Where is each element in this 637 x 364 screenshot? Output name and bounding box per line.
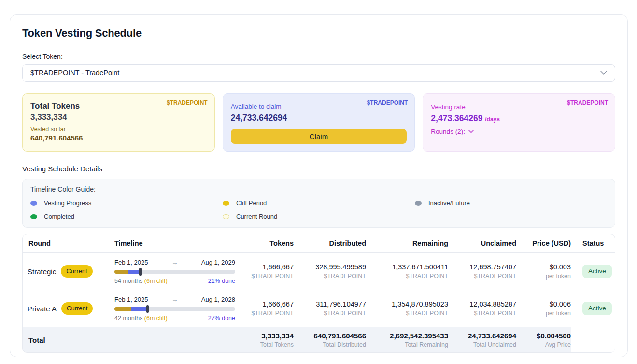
round-name: Strategic: [28, 267, 56, 276]
cliff-label: (6m cliff): [144, 278, 168, 284]
timeline-end-date: Aug 1, 2029: [201, 259, 235, 266]
progress-segment: [131, 307, 147, 311]
timeline-end-date: Aug 1, 2028: [201, 296, 235, 303]
unclaimed-cell: 12,034.885287 $TRADEPOINT: [448, 300, 516, 317]
chevron-down-icon: [468, 130, 474, 133]
percent-done-label: 27% done: [208, 315, 235, 322]
vesting-rate-card: $TRADEPOINT Vesting rate 2,473.364269 /d…: [423, 93, 615, 152]
percent-done-label: 21% done: [208, 278, 235, 284]
total-label: Total: [23, 336, 114, 344]
distributed-cell: 311,796.104977 $TRADEPOINT: [294, 300, 366, 317]
legend-item-completed: Completed: [30, 213, 223, 220]
cliff-label: (6m cliff): [144, 315, 168, 322]
total-distributed-cell: 640,791.604566 Total Distributed: [294, 332, 366, 348]
header-remaining: Remaining: [366, 239, 448, 247]
remaining-cell: 1,337,671.500411 $TRADEPOINT: [366, 263, 448, 280]
completed-dot-icon: [30, 214, 37, 219]
vesting-rate-number: 2,473.364269: [431, 113, 482, 123]
round-name: Private A: [28, 305, 57, 313]
current-round-dot-icon: [223, 214, 229, 219]
status-cell: Active: [571, 302, 615, 315]
token-symbol-badge: $TRADEPOINT: [567, 99, 608, 106]
legend-item-cliff-period: Cliff Period: [223, 199, 415, 207]
header-status: Status: [571, 239, 615, 247]
legend-label: Current Round: [236, 213, 277, 220]
arrow-right-icon: →: [171, 296, 178, 303]
current-badge: Current: [61, 302, 93, 315]
guide-title: Timeline Color Guide:: [30, 185, 607, 193]
claim-button[interactable]: Claim: [231, 129, 407, 144]
round-cell: Strategic Current: [23, 265, 114, 278]
duration-label: 42 months: [114, 315, 142, 322]
total-unclaimed-cell: 24,733.642694 Total Unclaimed: [448, 332, 516, 348]
timeline-start-date: Feb 1, 2025: [114, 296, 148, 303]
table-header-row: Round Timeline Tokens Distributed Remain…: [23, 234, 615, 253]
active-status-badge: Active: [582, 265, 612, 278]
timeline-color-guide: Timeline Color Guide: Vesting Progress C…: [22, 179, 615, 228]
price-cell: $0.003 per token: [516, 263, 571, 280]
vesting-rate-value: 2,473.364269 /days: [431, 113, 607, 124]
rounds-label: Rounds (2):: [431, 128, 465, 135]
table-row-private-a: Private A Current Feb 1, 2025 → Aug 1, 2…: [23, 290, 615, 327]
price-cell: $0.006 per token: [516, 300, 571, 317]
header-round: Round: [23, 239, 114, 247]
available-to-claim-card: $TRADEPOINT Available to claim 24,733.64…: [223, 93, 415, 152]
tokens-cell: 1,666,667 $TRADEPOINT: [242, 300, 294, 317]
vesting-progress-dot-icon: [30, 201, 37, 206]
round-cell: Private A Current: [23, 302, 114, 315]
avg-price-cell: $0.004500 Avg Price: [516, 332, 571, 348]
status-cell: Active: [571, 265, 615, 278]
arrow-right-icon: →: [171, 259, 178, 266]
duration-label: 54 months: [114, 278, 142, 284]
available-to-claim-value: 24,733.642694: [231, 113, 407, 123]
rounds-toggle[interactable]: Rounds (2):: [431, 128, 474, 135]
legend-item-vesting-progress: Vesting Progress: [30, 199, 223, 207]
legend-item-inactive-future: Inactive/Future: [415, 199, 607, 207]
vesting-table: Round Timeline Tokens Distributed Remain…: [22, 234, 615, 353]
token-symbol-badge: $TRADEPOINT: [367, 99, 408, 106]
current-position-marker: [139, 268, 142, 276]
token-select[interactable]: $TRADEPOINT - TradePoint: [22, 64, 615, 82]
timeline-progress-bar: [114, 270, 235, 274]
page-title: Token Vesting Schedule: [22, 27, 615, 40]
legend: Vesting Progress Completed Cliff Period …: [30, 199, 607, 220]
vested-so-far-label: Vested so far: [30, 126, 207, 133]
summary-cards: $TRADEPOINT Total Tokens 3,333,334 Veste…: [22, 93, 615, 152]
header-price: Price (USD): [516, 239, 571, 247]
total-status-cell: [571, 327, 615, 352]
current-position-marker: [146, 305, 149, 313]
legend-item-current-round: Current Round: [223, 213, 415, 220]
cliff-segment: [114, 307, 131, 311]
tokens-cell: 1,666,667 $TRADEPOINT: [242, 263, 294, 280]
total-tokens-value: 3,333,334: [30, 112, 207, 122]
token-symbol-badge: $TRADEPOINT: [167, 99, 208, 106]
total-tokens-card: $TRADEPOINT Total Tokens 3,333,334 Veste…: [22, 93, 215, 152]
timeline-start-date: Feb 1, 2025: [114, 259, 148, 266]
header-tokens: Tokens: [242, 239, 294, 247]
header-unclaimed: Unclaimed: [448, 239, 516, 247]
current-badge: Current: [61, 265, 92, 278]
table-total-row: Total 3,333,334 Total Tokens 640,791.604…: [23, 327, 615, 352]
inactive-future-dot-icon: [415, 201, 422, 206]
legend-label: Vesting Progress: [44, 199, 91, 207]
vesting-panel: Token Vesting Schedule Select Token: $TR…: [10, 14, 628, 357]
legend-label: Cliff Period: [236, 199, 267, 207]
distributed-cell: 328,995.499589 $TRADEPOINT: [294, 263, 366, 280]
timeline-cell: Feb 1, 2025 → Aug 1, 2028 42 months (6m …: [114, 296, 242, 322]
remaining-cell: 1,354,870.895023 $TRADEPOINT: [366, 300, 448, 317]
timeline-progress-bar: [114, 307, 235, 311]
details-heading: Vesting Schedule Details: [22, 165, 615, 173]
total-remaining-cell: 2,692,542.395433 Total Remaining: [366, 332, 448, 348]
cliff-period-dot-icon: [223, 201, 229, 206]
progress-segment: [128, 270, 140, 274]
header-timeline: Timeline: [114, 239, 242, 247]
header-distributed: Distributed: [294, 239, 366, 247]
legend-label: Inactive/Future: [428, 199, 470, 207]
chevron-down-icon[interactable]: [600, 71, 607, 75]
active-status-badge: Active: [582, 302, 612, 315]
table-row-strategic: Strategic Current Feb 1, 2025 → Aug 1, 2…: [23, 253, 615, 290]
select-token-label: Select Token:: [22, 53, 615, 60]
total-tokens-cell: 3,333,334 Total Tokens: [242, 332, 294, 348]
legend-label: Completed: [44, 213, 74, 220]
token-select-value: $TRADEPOINT - TradePoint: [30, 69, 119, 77]
